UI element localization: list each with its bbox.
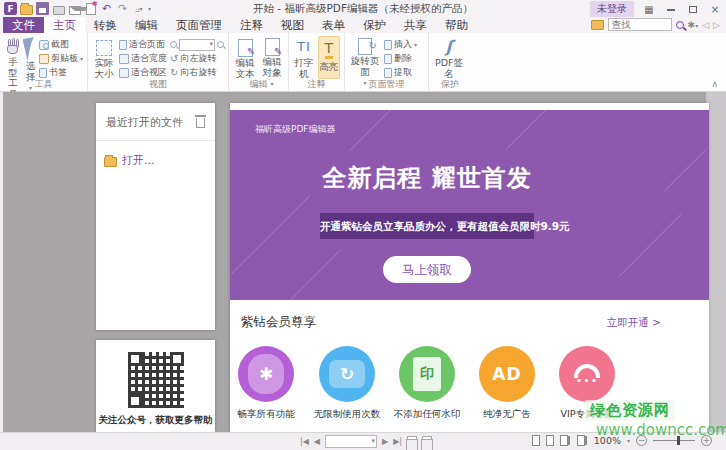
- tab-page-manage[interactable]: 页面管理: [167, 17, 231, 33]
- find-input[interactable]: [608, 18, 672, 31]
- recent-files-panel: 最近打开的文件 打开...: [96, 103, 215, 330]
- promo-banner[interactable]: 福昕高级PDF编辑器 全新启程 耀世首发 开通紫钻会员立享品质办公，更有超值会员…: [230, 110, 709, 300]
- edit-text-button[interactable]: 编辑文本: [233, 36, 257, 79]
- tab-form[interactable]: 表单: [313, 17, 354, 33]
- tab-edit[interactable]: 编辑: [126, 17, 167, 33]
- facing-view-icon[interactable]: [560, 435, 568, 446]
- ribbon-group-pages: 旋转页面 ▾ 插入▾ 删除 提取 页面管理: [345, 33, 429, 91]
- actual-size-button[interactable]: 实际大小: [92, 36, 116, 79]
- zoom-control: [170, 38, 224, 51]
- rotate-pages-icon: [358, 38, 372, 55]
- open-folder-icon: [104, 157, 117, 167]
- zoom-slider[interactable]: [653, 440, 695, 441]
- rotate-left-button[interactable]: ↺向左旋转: [170, 52, 224, 65]
- extract-icon: [384, 68, 392, 78]
- watermark-site-url: www.downcc.com: [596, 421, 726, 439]
- next-page-button[interactable]: ▶: [382, 437, 388, 446]
- feature-circle: 印: [399, 346, 455, 402]
- gear-icon: ✱: [248, 354, 284, 394]
- close-button[interactable]: ×: [708, 4, 722, 15]
- open-file-row[interactable]: 打开...: [96, 141, 215, 180]
- edit-object-button[interactable]: 编辑对象 ▾: [260, 36, 284, 79]
- previous-page-button[interactable]: ◀: [314, 437, 320, 446]
- feature-no-ads[interactable]: AD 纯净无广告: [467, 346, 547, 421]
- recent-files-header: 最近打开的文件: [96, 103, 215, 141]
- continuous-facing-view-icon[interactable]: [577, 435, 585, 446]
- restore-button[interactable]: [686, 4, 700, 15]
- page-number-combo[interactable]: [325, 435, 377, 448]
- group-label-edit: 编辑: [229, 78, 288, 91]
- gear-icon[interactable]: ✱▾: [688, 20, 699, 30]
- find-next-button[interactable]: ▷: [713, 20, 720, 30]
- ribbon-group-protect: ʃ PDF签名 保护: [429, 33, 471, 91]
- hand-tool-button[interactable]: 手型工具: [4, 36, 22, 79]
- qr-caption: 关注公众号，获取更多帮助: [96, 414, 215, 427]
- tab-protect[interactable]: 保护: [354, 17, 395, 33]
- group-label-tools: 工具: [0, 78, 87, 91]
- login-status-badge[interactable]: 未登录: [590, 1, 634, 17]
- clipboard-button[interactable]: 剪贴板▾: [39, 52, 83, 65]
- single-page-view-icon[interactable]: [532, 435, 540, 446]
- select-tool-button[interactable]: 选择 ▾: [25, 36, 36, 79]
- zoom-out-icon[interactable]: [170, 41, 177, 48]
- snapshot-button[interactable]: 截图: [39, 38, 83, 51]
- activate-now-link[interactable]: 立即开通 >: [607, 316, 661, 330]
- tab-view[interactable]: 视图: [272, 17, 313, 33]
- tab-file[interactable]: 文件: [3, 17, 44, 33]
- highlight-button[interactable]: T 高亮: [318, 36, 340, 79]
- rotate-pages-button[interactable]: 旋转页面 ▾: [349, 36, 381, 79]
- zoom-in-icon[interactable]: [217, 41, 224, 48]
- qr-panel: 关注公众号，获取更多帮助: [96, 340, 215, 432]
- next-view-icon[interactable]: [422, 436, 432, 447]
- typewriter-icon: TI: [297, 42, 311, 53]
- titlebar-right: 未登录 ▦ ×: [590, 1, 722, 17]
- zoom-combo[interactable]: [179, 39, 215, 51]
- tools-small-column: 截图 剪贴板▾ 书签: [39, 36, 83, 79]
- delete-pages-button[interactable]: 删除: [384, 52, 417, 65]
- banner-headline: 全新启程 耀世首发: [230, 162, 624, 194]
- collapse-ribbon-button[interactable]: ∧: [711, 79, 718, 89]
- pages-small-column: 插入▾ 删除 提取: [384, 36, 417, 79]
- membership-title: 紫钻会员尊享: [241, 314, 316, 331]
- cursor-icon: [23, 37, 38, 61]
- ribbon-group-tools: 手型工具 选择 ▾ 截图 剪贴板▾ 书签 工具: [0, 33, 88, 91]
- feature-all-functions[interactable]: ✱ 畅享所有功能: [226, 346, 306, 421]
- page-navigation: |◀ ◀ ▶ ▶|: [300, 435, 432, 448]
- scrollbar-track[interactable]: [706, 92, 726, 432]
- signature-icon: ʃ: [446, 42, 453, 53]
- minimize-button[interactable]: [664, 4, 678, 15]
- group-label-pages: 页面管理: [345, 78, 428, 91]
- last-page-button[interactable]: ▶|: [393, 437, 402, 446]
- feature-circle: AD: [479, 346, 535, 402]
- fit-page-button[interactable]: 适合页面: [119, 38, 167, 51]
- refresh-icon: ↻: [329, 360, 365, 388]
- tab-help[interactable]: 帮助: [436, 17, 477, 33]
- ribbon-group-view: 实际大小 适合页面 适合宽度 适合视区 ↺向左旋转 ↻向右旋转 视图: [88, 33, 229, 91]
- claim-now-button[interactable]: 马上领取: [383, 256, 471, 283]
- tab-comment[interactable]: 注释: [231, 17, 272, 33]
- layout-grid-button[interactable]: ▦: [642, 4, 656, 15]
- feature-no-watermark[interactable]: 印 不添加任何水印: [387, 346, 467, 421]
- previous-view-icon[interactable]: [407, 436, 417, 447]
- qr-code: [128, 352, 184, 408]
- watermark-site-name: 绿色资源网: [585, 400, 675, 421]
- tab-convert[interactable]: 转换: [85, 17, 126, 33]
- tab-home[interactable]: 主页: [44, 17, 85, 33]
- search-folder-icon[interactable]: [591, 20, 604, 30]
- fit-page-icon: [119, 40, 127, 50]
- ribbon: 手型工具 选择 ▾ 截图 剪贴板▾ 书签 工具 实际大小 适合页面 适合宽度: [0, 33, 726, 92]
- insert-pages-button[interactable]: 插入▾: [384, 38, 417, 51]
- fit-width-icon: [119, 54, 129, 64]
- continuous-view-icon[interactable]: [546, 435, 554, 446]
- group-label-comment: 注释: [289, 78, 344, 91]
- search-icon[interactable]: [676, 21, 684, 29]
- fit-width-button[interactable]: 适合宽度: [119, 52, 167, 65]
- first-page-button[interactable]: |◀: [300, 437, 309, 446]
- pdf-sign-button[interactable]: ʃ PDF签名: [433, 36, 465, 79]
- find-previous-button[interactable]: ◁: [702, 20, 709, 30]
- trash-icon[interactable]: [196, 118, 205, 128]
- feature-unlimited-use[interactable]: ↻ 无限制使用次数: [307, 346, 387, 421]
- tab-share[interactable]: 共享: [395, 17, 436, 33]
- bookmark-icon: [39, 68, 47, 78]
- typewriter-button[interactable]: TI 打字机: [293, 36, 315, 79]
